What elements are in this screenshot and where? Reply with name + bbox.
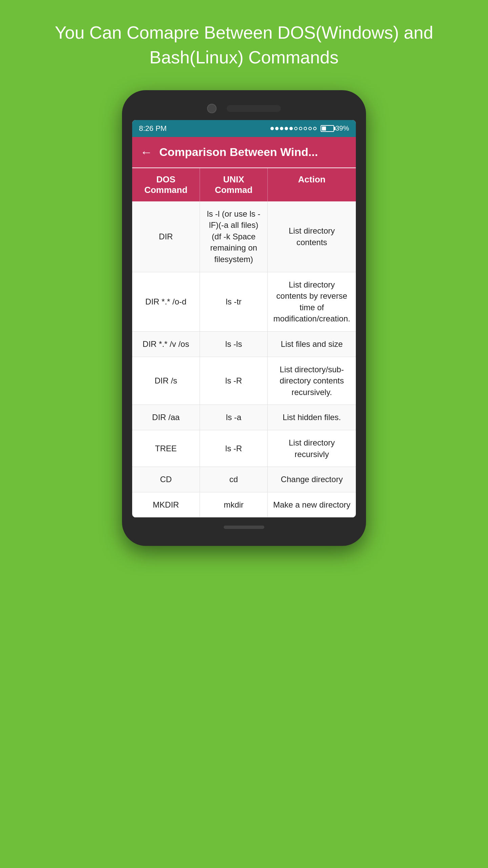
table-row: DIR ls -l (or use ls -lF)(-a all files) … [132, 201, 356, 272]
signal-dot-2 [275, 127, 279, 130]
dos-cell: DIR *.* /v /os [132, 332, 200, 357]
unix-cell: ls -tr [200, 272, 268, 331]
battery-icon [321, 125, 334, 132]
dos-cell: DIR [132, 201, 200, 272]
dos-cell: TREE [132, 430, 200, 467]
table-row: DIR /aa ls -a List hidden files. [132, 405, 356, 430]
signal-dot-6 [294, 127, 298, 130]
unix-cell: ls -ls [200, 332, 268, 357]
page-title: You Can Comapre Between DOS(Windows) and… [28, 20, 461, 70]
signal-dot-9 [308, 127, 312, 130]
table-row: DIR *.* /v /os ls -ls List files and siz… [132, 332, 356, 357]
phone-camera [207, 104, 217, 113]
unix-cell: ls -R [200, 430, 268, 467]
dos-cell: DIR *.* /o-d [132, 272, 200, 331]
header-dos: DOSCommand [132, 168, 200, 201]
phone-wrapper: 8:26 PM 39% [122, 90, 366, 546]
phone-screen: 8:26 PM 39% [132, 120, 356, 518]
unix-cell: cd [200, 467, 268, 492]
unix-cell: ls -l (or use ls -lF)(-a all files) (df … [200, 201, 268, 272]
header-action: Action [268, 168, 356, 201]
table-row: DIR /s ls -R List directory/sub-director… [132, 357, 356, 405]
action-cell: List directory contents by reverse time … [268, 272, 356, 331]
table-row: DIR *.* /o-d ls -tr List directory conte… [132, 272, 356, 332]
signal-dot-4 [285, 127, 288, 130]
dos-cell: CD [132, 467, 200, 492]
signal-dot-5 [289, 127, 293, 130]
app-header: ← Comparison Between Wind... [132, 137, 356, 167]
signal-dot-1 [270, 127, 274, 130]
signal-dot-3 [280, 127, 283, 130]
signal-dot-10 [313, 127, 317, 130]
action-cell: List hidden files. [268, 405, 356, 430]
status-bar: 8:26 PM 39% [132, 120, 356, 137]
table-row: TREE ls -R List directory recursivly [132, 430, 356, 467]
action-cell: List directory recursivly [268, 430, 356, 467]
command-table: DOSCommand UNIXCommad Action DIR ls -l (… [132, 167, 356, 518]
action-cell: Change directory [268, 467, 356, 492]
header-unix: UNIXCommad [200, 168, 268, 201]
dos-cell: MKDIR [132, 492, 200, 517]
action-cell: List directory contents [268, 201, 356, 272]
back-button[interactable]: ← [140, 145, 152, 159]
unix-cell: mkdir [200, 492, 268, 517]
table-header: DOSCommand UNIXCommad Action [132, 167, 356, 201]
home-button[interactable] [224, 526, 264, 529]
dos-cell: DIR /aa [132, 405, 200, 430]
action-cell: Make a new directory [268, 492, 356, 517]
table-row: MKDIR mkdir Make a new directory [132, 492, 356, 518]
battery-percentage: 39% [336, 124, 349, 132]
action-cell: List files and size [268, 332, 356, 357]
phone-speaker [227, 105, 281, 112]
signal-dot-8 [304, 127, 307, 130]
app-title: Comparison Between Wind... [159, 145, 318, 159]
action-cell: List directory/sub-directory contents re… [268, 357, 356, 405]
dos-cell: DIR /s [132, 357, 200, 405]
signal-dot-7 [299, 127, 302, 130]
status-time: 8:26 PM [139, 124, 167, 133]
unix-cell: ls -a [200, 405, 268, 430]
unix-cell: ls -R [200, 357, 268, 405]
table-row: CD cd Change directory [132, 467, 356, 492]
